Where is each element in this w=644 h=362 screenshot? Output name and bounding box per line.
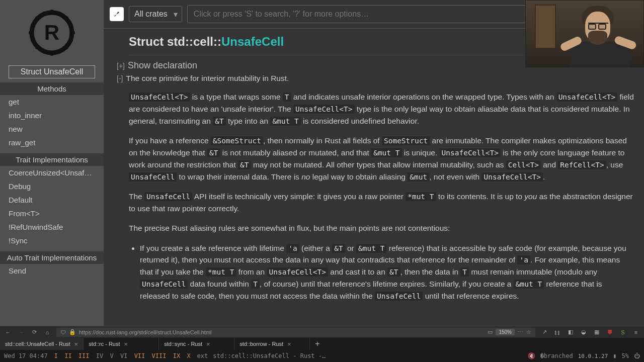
workspace-6[interactable]: VI (119, 352, 129, 359)
browser-tab[interactable]: std::borrow - Rust× (234, 338, 310, 350)
crate-select[interactable]: All crates (129, 6, 182, 22)
collapse-icon[interactable]: [-] (117, 74, 123, 82)
workspace-7[interactable]: VII (133, 352, 147, 359)
sidebar-method-link[interactable]: new (0, 122, 104, 136)
doc-list: If you create a safe reference with life… (129, 242, 634, 302)
webcam-overlay (525, 0, 644, 67)
signal-icon: ▮ (613, 352, 616, 359)
svg-point-11 (43, 51, 46, 54)
browser-tab[interactable]: std::cell::UnsafeCell - Rust× (0, 338, 84, 350)
forward-button[interactable]: → (17, 328, 25, 336)
svg-point-4 (71, 31, 75, 35)
workspace-4[interactable]: IV (95, 352, 105, 359)
svg-point-16 (70, 39, 73, 42)
svg-point-12 (58, 51, 61, 54)
status-date: Wed 17 04:47 (4, 352, 48, 359)
close-icon[interactable]: × (74, 340, 78, 348)
hamburger-icon[interactable]: ≡ (632, 328, 640, 336)
library-icon[interactable]: ⫿⫿ (553, 328, 561, 336)
sidebar-trait-link[interactable]: !RefUnwindSafe (0, 220, 104, 234)
status-ip: 10.0.1.27 (578, 353, 608, 359)
sidebar-trait-link[interactable]: !Sync (0, 234, 104, 247)
power-icon[interactable]: ⏻ (634, 352, 640, 359)
home-button[interactable]: ⌂ (43, 328, 51, 336)
extension-icon[interactable]: ↗ (540, 328, 548, 336)
sidebar-trait-link[interactable]: From<T> (0, 207, 104, 220)
doc-paragraph: If you have a reference &SomeStruct, the… (129, 135, 634, 183)
list-item: If you create a safe reference with life… (140, 242, 634, 302)
workspace-2[interactable]: II (63, 352, 73, 359)
new-tab-button[interactable]: + (310, 339, 325, 348)
pocket-icon[interactable]: ◒ (580, 328, 588, 336)
doc-paragraph: The UnsafeCell API itself is technically… (129, 191, 634, 214)
extension-s-icon[interactable]: S (619, 328, 627, 336)
workspace-10[interactable]: X (185, 352, 192, 359)
expand-icon[interactable]: [+] (117, 62, 125, 70)
svg-text:R: R (44, 21, 59, 44)
url-bar[interactable]: 🛡 🔒 https://doc.rust-lang.org/std/cell/s… (56, 328, 535, 337)
svg-point-14 (31, 39, 34, 42)
workspace-1[interactable]: I (53, 352, 59, 359)
sidebar-icon[interactable]: ◧ (567, 328, 575, 336)
sidebar-auto-link[interactable]: Send (0, 264, 104, 278)
sidebar-method-link[interactable]: get (0, 95, 104, 109)
doc-paragraph: The precise Rust aliasing rules are some… (129, 222, 634, 234)
svg-point-6 (64, 16, 68, 20)
workspace-8[interactable]: VIII (150, 352, 168, 359)
svg-point-10 (58, 12, 61, 15)
back-button[interactable]: ← (4, 328, 12, 336)
workspace-3[interactable]: III (77, 352, 91, 359)
svg-point-8 (64, 45, 68, 49)
tab-strip: std::cell::UnsafeCell - Rust× std::rc - … (0, 338, 644, 350)
svg-point-13 (31, 24, 34, 27)
menu-dots-icon[interactable]: ⋯ (518, 329, 523, 335)
grid-icon[interactable]: ▦ (593, 328, 601, 336)
browser-toolbar: ← → ⟳ ⌂ 🛡 🔒 https://doc.rust-lang.org/st… (0, 326, 644, 338)
doc-summary: [-]The core primitive for interior mutab… (129, 74, 634, 83)
reload-button[interactable]: ⟳ (30, 328, 38, 336)
sidebar: R Struct UnsafeCell Methods get into_inn… (0, 0, 104, 326)
zoom-level[interactable]: 150% (496, 329, 515, 335)
workspace-5[interactable]: V (108, 352, 115, 359)
browser-tab[interactable]: std::sync - Rust× (159, 338, 234, 350)
sidebar-struct-badge[interactable]: Struct UnsafeCell (9, 65, 95, 78)
shield-icon: 🛡 (60, 329, 66, 335)
browser-tab[interactable]: std::rc - Rust× (84, 338, 159, 350)
sidebar-method-link[interactable]: into_inner (0, 109, 104, 122)
svg-point-1 (50, 10, 54, 14)
reader-icon[interactable]: ▭ (488, 329, 493, 335)
close-icon[interactable]: × (124, 340, 128, 348)
workspace-9[interactable]: IX (172, 352, 182, 359)
doc-paragraph: UnsafeCell<T> is a type that wraps some … (129, 91, 634, 127)
svg-point-15 (70, 24, 73, 27)
sidebar-trait-link[interactable]: Debug (0, 179, 104, 193)
network-icon: �branched (540, 352, 573, 359)
sidebar-section-methods: Methods (0, 82, 104, 95)
ublock-icon[interactable]: ⛊ (606, 328, 614, 336)
close-icon[interactable]: × (206, 340, 210, 348)
svg-point-9 (43, 12, 46, 15)
sidebar-section-auto: Auto Trait Implementations (0, 251, 104, 264)
sidebar-method-link[interactable]: raw_get (0, 136, 104, 149)
close-icon[interactable]: × (287, 340, 291, 348)
svg-point-5 (35, 16, 39, 20)
type-name[interactable]: UnsafeCell (221, 35, 284, 48)
sidebar-trait-link[interactable]: CoerceUnsized<UnsafeCell… (0, 166, 104, 179)
sidebar-trait-link[interactable]: Default (0, 193, 104, 207)
theme-toggle-button[interactable] (110, 7, 124, 21)
sidebar-section-traits: Trait Implementations (0, 153, 104, 166)
star-icon[interactable]: ☆ (526, 329, 531, 335)
lock-icon: 🔒 (69, 329, 76, 335)
status-window-title: std::cell::UnsafeCell - Rust -… (213, 352, 522, 359)
svg-point-7 (35, 45, 39, 49)
rust-logo-icon[interactable]: R (27, 8, 77, 58)
status-layout: ext (197, 352, 208, 359)
svg-point-2 (50, 52, 54, 56)
url-text: https://doc.rust-lang.org/std/cell/struc… (79, 329, 485, 335)
svg-point-3 (29, 31, 33, 35)
status-pct: 5% (622, 352, 629, 359)
status-bar: Wed 17 04:47 I II III IV V VI VII VIII I… (0, 350, 644, 362)
brush-icon (113, 10, 121, 18)
volume-icon[interactable]: 🔇 (528, 352, 535, 359)
